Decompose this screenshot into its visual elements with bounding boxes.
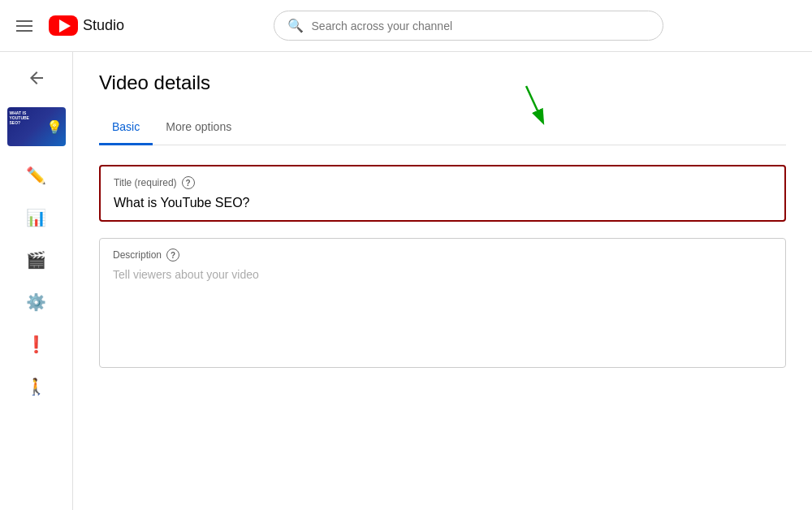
- analytics-icon: 📊: [26, 208, 46, 227]
- logo-area: Studio: [49, 15, 124, 36]
- sidebar-item-video[interactable]: 🎬: [0, 240, 72, 279]
- svg-line-1: [526, 86, 541, 118]
- thumbnail-text: WHAT ISYOUTUBESEO?: [10, 110, 29, 125]
- tabs-container: Basic More options: [99, 110, 786, 145]
- feedback-icon: ❗: [26, 335, 46, 354]
- sidebar-item-edit[interactable]: ✏️: [0, 156, 72, 195]
- sidebar-item-settings[interactable]: ⚙️: [0, 283, 72, 322]
- description-field-box: Description ? Tell viewers about your vi…: [99, 238, 786, 368]
- back-button[interactable]: [17, 58, 56, 97]
- title-label: Title (required) ?: [114, 176, 771, 189]
- description-help-icon[interactable]: ?: [166, 249, 179, 261]
- form-area: Title (required) ? Description ? Tell vi…: [99, 165, 786, 368]
- search-bar[interactable]: 🔍: [274, 11, 663, 41]
- exit-icon: 🚶: [26, 377, 46, 396]
- settings-icon: ⚙️: [26, 292, 46, 312]
- header-left: Studio: [13, 15, 124, 36]
- layout: WHAT ISYOUTUBESEO? 💡 ✏️ 📊 🎬 ⚙️ ❗ 🚶 Video…: [0, 52, 812, 510]
- thumbnail-bulb-icon: 💡: [46, 119, 63, 135]
- page-title: Video details: [99, 71, 786, 94]
- search-input[interactable]: [312, 19, 650, 32]
- tab-more-options[interactable]: More options: [153, 110, 244, 145]
- studio-wordmark: Studio: [83, 17, 124, 34]
- youtube-play-icon: [59, 19, 71, 32]
- video-icon: 🎬: [26, 250, 46, 270]
- sidebar-item-feedback[interactable]: ❗: [0, 325, 72, 364]
- description-label: Description ?: [113, 249, 772, 261]
- title-input[interactable]: [114, 196, 771, 210]
- title-field-box: Title (required) ?: [99, 165, 786, 222]
- green-arrow-annotation: [510, 82, 559, 127]
- hamburger-menu[interactable]: [13, 17, 36, 35]
- tab-basic[interactable]: Basic: [99, 110, 153, 145]
- youtube-logo: [49, 15, 78, 36]
- search-icon: 🔍: [287, 18, 304, 33]
- edit-icon: ✏️: [26, 166, 46, 185]
- sidebar-item-exit[interactable]: 🚶: [0, 367, 72, 406]
- sidebar-item-analytics[interactable]: 📊: [0, 198, 72, 237]
- video-thumbnail[interactable]: WHAT ISYOUTUBESEO? 💡: [7, 107, 66, 146]
- header: Studio 🔍: [0, 0, 812, 52]
- sidebar: WHAT ISYOUTUBESEO? 💡 ✏️ 📊 🎬 ⚙️ ❗ 🚶: [0, 52, 73, 510]
- title-help-icon[interactable]: ?: [182, 176, 195, 189]
- main-content: Video details Basic More options Title (…: [73, 52, 812, 510]
- description-placeholder[interactable]: Tell viewers about your video: [113, 268, 772, 281]
